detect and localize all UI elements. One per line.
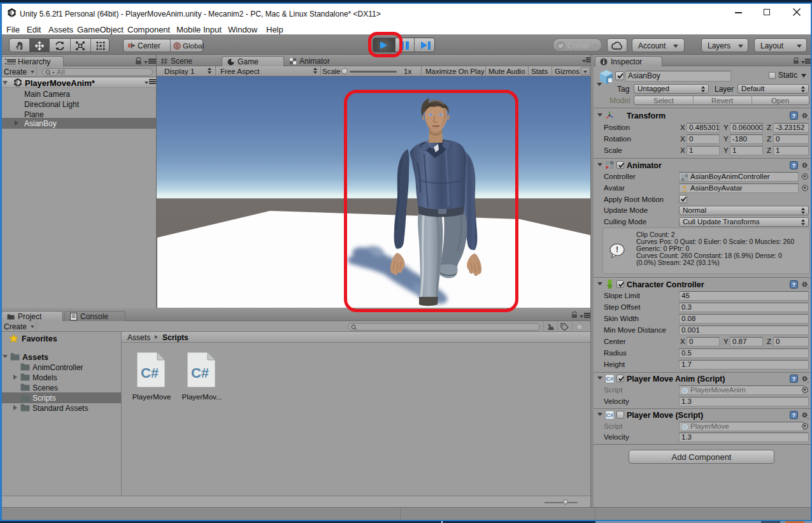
svg-text:?: ? — [792, 162, 796, 169]
svg-text:?: ? — [792, 375, 796, 382]
svg-text:C: C — [683, 424, 687, 430]
svg-text:C#: C# — [606, 376, 614, 382]
svg-text:?: ? — [792, 112, 796, 119]
svg-text:C#: C# — [606, 412, 614, 419]
svg-text:C: C — [683, 388, 687, 394]
svg-text:?: ? — [792, 281, 796, 288]
svg-text:C#: C# — [191, 365, 209, 381]
svg-text:C#: C# — [141, 365, 159, 381]
svg-text:?: ? — [792, 412, 796, 419]
svg-text:!: ! — [616, 245, 618, 254]
